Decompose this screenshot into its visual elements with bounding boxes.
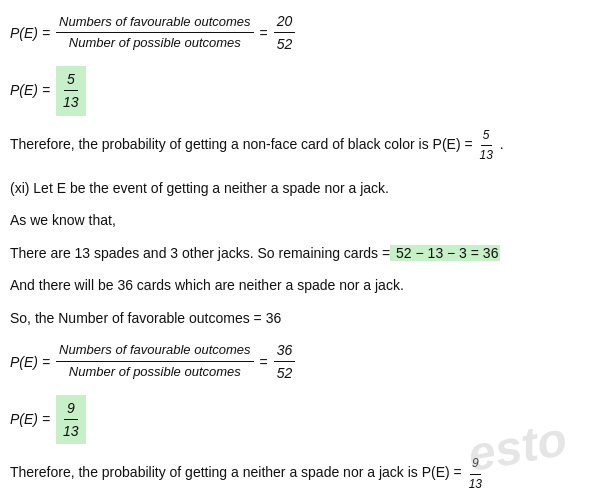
pe-formula-2: P(E) = Numbers of favourable outcomes Nu… [10, 339, 577, 385]
spades-calc: There are 13 spades and 3 other jacks. S… [10, 242, 577, 264]
pe-result-2: P(E) = 9 13 [10, 395, 577, 445]
equals-2: = [260, 351, 268, 373]
therefore2-num: 9 [470, 454, 481, 474]
formula1-denominator: Number of possible outcomes [66, 33, 244, 54]
result2-den: 13 [60, 420, 82, 442]
pe-label-1: P(E) = [10, 22, 50, 44]
pe-label-2: P(E) = [10, 351, 50, 373]
formula1-numerator: Numbers of favourable outcomes [56, 12, 253, 34]
therefore-1: Therefore, the probability of getting a … [10, 126, 577, 165]
and-there: And there will be 36 cards which are nei… [10, 274, 577, 296]
therefore2-den: 13 [467, 475, 484, 494]
as-we-know: As we know that, [10, 209, 577, 231]
therefore-2: Therefore, the probability of getting a … [10, 454, 577, 493]
formula2-num-val: 36 [274, 339, 296, 362]
therefore1-num: 5 [481, 126, 492, 146]
formula1-den-val: 52 [274, 33, 296, 55]
equals-1: = [260, 22, 268, 44]
formula2-den-val: 52 [274, 362, 296, 384]
result2-num: 9 [64, 397, 78, 420]
formula2-denominator: Number of possible outcomes [66, 362, 244, 383]
formula2-numerator: Numbers of favourable outcomes [56, 340, 253, 362]
therefore1-den: 13 [478, 146, 495, 165]
formula1-num-val: 20 [274, 10, 296, 33]
so-number: So, the Number of favorable outcomes = 3… [10, 307, 577, 329]
result1-num: 5 [64, 68, 78, 91]
xi-intro: (xi) Let E be the event of getting a nei… [10, 177, 577, 199]
pe-result-1: P(E) = 5 13 [10, 66, 577, 116]
spades-calc-val: 52 − 13 − 3 = 36 [390, 245, 500, 261]
pe-result1-label: P(E) = [10, 79, 50, 101]
pe-result2-label: P(E) = [10, 408, 50, 430]
result1-den: 13 [60, 91, 82, 113]
pe-formula-1: P(E) = Numbers of favourable outcomes Nu… [10, 10, 577, 56]
